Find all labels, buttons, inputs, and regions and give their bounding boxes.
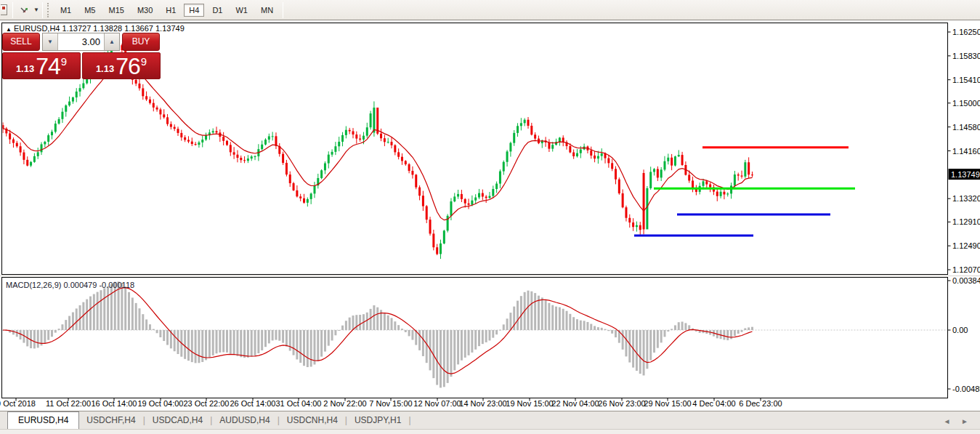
tab-usdcad-h4[interactable]: USDCAD,H4 (145, 412, 210, 429)
date-axis-label: 26 Nov 23:00 (598, 399, 645, 408)
partial-order-icon[interactable] (0, 2, 9, 18)
toolbar-grip-handle[interactable] (47, 3, 50, 17)
toolbar-separator (283, 2, 283, 18)
volume-input[interactable] (58, 33, 104, 50)
tab-eurusd-h4[interactable]: EURUSD,H4 (7, 411, 79, 429)
buy-button[interactable]: BUY (122, 33, 160, 51)
bid-price-box[interactable]: 1.13 74 9 (2, 52, 81, 79)
volume-decrease-button[interactable]: ▼ (43, 33, 58, 50)
timeframe-h1-button[interactable]: H1 (161, 4, 181, 17)
date-axis-label: 26 Oct 14:00 (230, 399, 276, 408)
price-axis-label: 1.13320 (952, 194, 980, 203)
ask-price-pips: 76 (116, 55, 140, 77)
volume-increase-button[interactable]: ▲ (104, 33, 119, 50)
timeframe-m1-button[interactable]: M1 (55, 4, 76, 17)
timeframe-d1-button[interactable]: D1 (207, 4, 227, 17)
toolbar-separator (12, 2, 13, 18)
timeframe-m15-button[interactable]: M15 (103, 4, 129, 17)
ask-price-point: 9 (141, 57, 147, 67)
chart-title: ▲EURUSD,H4 1.13727 1.13828 1.13667 1.137… (6, 24, 185, 33)
date-axis-label: 11 Oct 22:00 (46, 399, 91, 408)
collapse-arrow-icon[interactable]: ▲ (6, 26, 12, 33)
macd-axis-label: 0.003847 (952, 276, 980, 285)
top-toolbar: ▼ M1 M5 M15 M30 H1 H4 D1 W1 MN (0, 0, 980, 20)
tab-usdjpy-h1[interactable]: USDJPY,H1 (347, 412, 408, 429)
macd-indicator-label: MACD(12,26,9) 0.000479 -0.000118 (6, 281, 134, 289)
mt4-window: { "toolbar": { "icons": [ {"name": "part… (0, 0, 980, 434)
price-axis-label: 1.15830 (952, 52, 980, 60)
date-axis-label: 19 Nov 15:00 (506, 399, 553, 408)
timeframe-w1-button[interactable]: W1 (230, 4, 253, 17)
date-axis-label: 19 Oct 04:00 (138, 399, 184, 408)
bid-price-point: 9 (61, 57, 67, 67)
price-axis-label: 1.15410 (952, 76, 980, 84)
chart-tabs-bar: EURUSD,H4 USDCHF,H4 | USDCAD,H4 | AUDUSD… (0, 411, 980, 429)
sell-button[interactable]: SELL (2, 33, 40, 51)
status-bar (0, 429, 980, 434)
chart-title-text: EURUSD,H4 1.13727 1.13828 1.13667 1.1374… (14, 24, 185, 33)
volume-control: ▼ ▲ (42, 33, 120, 51)
bid-price-integer: 1.13 (16, 63, 34, 74)
price-axis-label: 1.12490 (952, 241, 980, 250)
macd-axis-label: -0.004856 (952, 385, 980, 393)
date-axis-label: 31 Oct 04:00 (276, 399, 322, 408)
price-axis-label: 1.14580 (952, 123, 980, 132)
date-axis-label: 7 Nov 15:00 (369, 399, 412, 408)
chart-area[interactable]: 1.162501.158301.154101.150001.145801.141… (0, 20, 980, 411)
tab-separator: | (408, 415, 410, 429)
date-axis-label: 22 Nov 04:00 (551, 399, 599, 408)
date-axis-label: 14 Nov 23:00 (459, 399, 506, 408)
timeframe-mn-button[interactable]: MN (256, 4, 278, 17)
date-axis-label: 16 Oct 14:00 (92, 399, 137, 408)
crosshair-arrows-icon[interactable] (16, 2, 32, 18)
tab-scroll-arrows: ◄ ► (939, 417, 973, 429)
price-axis-label: 1.12070 (952, 265, 980, 274)
tab-usdchf-h4[interactable]: USDCHF,H4 (79, 412, 142, 429)
toolbar-separator (42, 2, 43, 18)
tab-scroll-right-icon[interactable]: ► (961, 417, 968, 425)
price-axis-label: 1.12910 (952, 217, 980, 226)
timeframe-h4-button[interactable]: H4 (184, 4, 204, 17)
dropdown-caret-icon[interactable]: ▼ (33, 7, 39, 13)
date-axis-label: 29 Nov 15:00 (644, 399, 691, 408)
date-axis-label: 23 Oct 22:00 (184, 399, 230, 408)
date-axis-label: 4 Dec 04:00 (692, 399, 735, 408)
date-axis-label: 9 Oct 2018 (0, 399, 36, 408)
timeframe-m5-button[interactable]: M5 (79, 4, 100, 17)
ask-price-integer: 1.13 (96, 63, 114, 74)
bid-price-pips: 74 (36, 55, 60, 77)
timeframe-m30-button[interactable]: M30 (132, 4, 158, 17)
tab-usdcnh-h4[interactable]: USDCNH,H4 (280, 412, 345, 429)
macd-axis-label: 0.00 (952, 326, 968, 334)
ask-price-box[interactable]: 1.13 76 9 (82, 52, 161, 79)
one-click-trading-panel: SELL ▼ ▲ BUY 1.13 74 9 1.13 76 9 (2, 33, 163, 79)
tab-scroll-left-icon[interactable]: ◄ (943, 417, 950, 425)
date-axis-label: 2 Nov 22:00 (323, 399, 366, 408)
current-price-label: 1.13749 (951, 170, 980, 179)
date-axis-label: 6 Dec 23:00 (739, 399, 782, 408)
tab-audusd-h4[interactable]: AUDUSD,H4 (212, 412, 277, 429)
price-axis-label: 1.16250 (952, 28, 980, 36)
price-axis-label: 1.14160 (952, 147, 980, 156)
date-axis-label: 12 Nov 07:00 (413, 399, 461, 408)
price-axis-label: 1.15000 (952, 99, 980, 108)
